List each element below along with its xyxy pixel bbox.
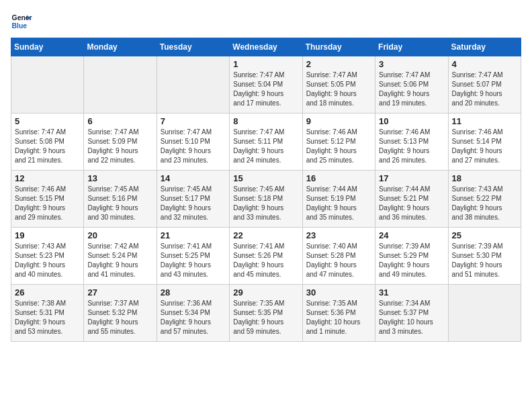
day-info: Sunrise: 7:47 AM Sunset: 5:07 PM Dayligh… <box>452 71 517 108</box>
day-number: 2 <box>306 59 371 69</box>
calendar-cell: 7Sunrise: 7:47 AM Sunset: 5:10 PM Daylig… <box>157 113 229 171</box>
calendar-cell: 10Sunrise: 7:46 AM Sunset: 5:13 PM Dayli… <box>375 113 448 171</box>
page-header: General Blue <box>11 11 521 32</box>
weekday-header: Thursday <box>302 38 375 56</box>
calendar-cell: 30Sunrise: 7:35 AM Sunset: 5:36 PM Dayli… <box>302 285 375 342</box>
day-info: Sunrise: 7:39 AM Sunset: 5:29 PM Dayligh… <box>379 242 444 279</box>
day-number: 21 <box>161 230 226 240</box>
day-info: Sunrise: 7:46 AM Sunset: 5:15 PM Dayligh… <box>15 185 80 222</box>
day-number: 19 <box>15 230 80 240</box>
calendar-cell: 23Sunrise: 7:40 AM Sunset: 5:28 PM Dayli… <box>302 228 375 285</box>
weekday-header: Friday <box>375 38 448 56</box>
day-number: 16 <box>306 173 371 183</box>
calendar-cell: 13Sunrise: 7:45 AM Sunset: 5:16 PM Dayli… <box>84 171 157 228</box>
calendar-cell: 25Sunrise: 7:39 AM Sunset: 5:30 PM Dayli… <box>448 228 521 285</box>
weekday-header: Wednesday <box>230 38 302 56</box>
calendar-cell <box>448 285 521 342</box>
day-info: Sunrise: 7:44 AM Sunset: 5:19 PM Dayligh… <box>306 185 371 222</box>
day-number: 6 <box>87 116 152 126</box>
calendar-cell: 28Sunrise: 7:36 AM Sunset: 5:34 PM Dayli… <box>157 285 229 342</box>
day-number: 12 <box>15 173 80 183</box>
day-info: Sunrise: 7:35 AM Sunset: 5:36 PM Dayligh… <box>306 299 371 336</box>
calendar-cell: 12Sunrise: 7:46 AM Sunset: 5:15 PM Dayli… <box>11 171 84 228</box>
day-info: Sunrise: 7:37 AM Sunset: 5:32 PM Dayligh… <box>87 299 152 336</box>
weekday-header: Sunday <box>11 38 84 56</box>
calendar-cell: 24Sunrise: 7:39 AM Sunset: 5:29 PM Dayli… <box>375 228 448 285</box>
day-info: Sunrise: 7:45 AM Sunset: 5:16 PM Dayligh… <box>87 185 152 222</box>
day-info: Sunrise: 7:46 AM Sunset: 5:13 PM Dayligh… <box>379 128 444 165</box>
calendar-cell: 9Sunrise: 7:46 AM Sunset: 5:12 PM Daylig… <box>302 113 375 171</box>
day-info: Sunrise: 7:45 AM Sunset: 5:18 PM Dayligh… <box>233 185 298 222</box>
day-number: 28 <box>161 287 226 298</box>
day-info: Sunrise: 7:44 AM Sunset: 5:21 PM Dayligh… <box>379 185 444 222</box>
day-number: 7 <box>161 116 226 126</box>
calendar-cell: 17Sunrise: 7:44 AM Sunset: 5:21 PM Dayli… <box>375 171 448 228</box>
day-info: Sunrise: 7:47 AM Sunset: 5:09 PM Dayligh… <box>87 128 152 165</box>
calendar-cell: 26Sunrise: 7:38 AM Sunset: 5:31 PM Dayli… <box>11 285 84 342</box>
day-number: 1 <box>233 59 298 69</box>
day-number: 25 <box>452 230 517 240</box>
calendar-cell: 8Sunrise: 7:47 AM Sunset: 5:11 PM Daylig… <box>230 113 302 171</box>
day-info: Sunrise: 7:35 AM Sunset: 5:35 PM Dayligh… <box>233 299 298 336</box>
day-info: Sunrise: 7:47 AM Sunset: 5:10 PM Dayligh… <box>161 128 226 165</box>
day-info: Sunrise: 7:45 AM Sunset: 5:17 PM Dayligh… <box>161 185 226 222</box>
calendar-cell: 31Sunrise: 7:34 AM Sunset: 5:37 PM Dayli… <box>375 285 448 342</box>
day-number: 24 <box>379 230 444 240</box>
day-number: 17 <box>379 173 444 183</box>
calendar-cell: 3Sunrise: 7:47 AM Sunset: 5:06 PM Daylig… <box>375 56 448 113</box>
day-number: 13 <box>87 173 152 183</box>
day-number: 10 <box>379 116 444 126</box>
calendar-cell <box>157 56 229 113</box>
calendar-cell: 14Sunrise: 7:45 AM Sunset: 5:17 PM Dayli… <box>157 171 229 228</box>
calendar-cell: 22Sunrise: 7:41 AM Sunset: 5:26 PM Dayli… <box>230 228 302 285</box>
day-info: Sunrise: 7:46 AM Sunset: 5:14 PM Dayligh… <box>452 128 517 165</box>
calendar-cell: 29Sunrise: 7:35 AM Sunset: 5:35 PM Dayli… <box>230 285 302 342</box>
calendar-cell: 4Sunrise: 7:47 AM Sunset: 5:07 PM Daylig… <box>448 56 521 113</box>
calendar-table: SundayMondayTuesdayWednesdayThursdayFrid… <box>11 38 521 342</box>
day-number: 15 <box>233 173 298 183</box>
day-info: Sunrise: 7:41 AM Sunset: 5:26 PM Dayligh… <box>233 242 298 279</box>
day-info: Sunrise: 7:39 AM Sunset: 5:30 PM Dayligh… <box>452 242 517 279</box>
day-number: 18 <box>452 173 517 183</box>
svg-text:Blue: Blue <box>12 22 28 30</box>
calendar-cell: 6Sunrise: 7:47 AM Sunset: 5:09 PM Daylig… <box>84 113 157 171</box>
calendar-cell: 27Sunrise: 7:37 AM Sunset: 5:32 PM Dayli… <box>84 285 157 342</box>
calendar-header: SundayMondayTuesdayWednesdayThursdayFrid… <box>11 38 521 56</box>
day-info: Sunrise: 7:38 AM Sunset: 5:31 PM Dayligh… <box>15 299 80 336</box>
day-number: 9 <box>306 116 371 126</box>
weekday-header: Saturday <box>448 38 521 56</box>
calendar-cell: 21Sunrise: 7:41 AM Sunset: 5:25 PM Dayli… <box>157 228 229 285</box>
calendar-cell: 1Sunrise: 7:47 AM Sunset: 5:04 PM Daylig… <box>230 56 302 113</box>
day-number: 31 <box>379 287 444 298</box>
calendar-cell: 19Sunrise: 7:43 AM Sunset: 5:23 PM Dayli… <box>11 228 84 285</box>
day-number: 11 <box>452 116 517 126</box>
day-info: Sunrise: 7:47 AM Sunset: 5:06 PM Dayligh… <box>379 71 444 108</box>
calendar-cell: 2Sunrise: 7:47 AM Sunset: 5:05 PM Daylig… <box>302 56 375 113</box>
day-info: Sunrise: 7:43 AM Sunset: 5:22 PM Dayligh… <box>452 185 517 222</box>
day-number: 29 <box>233 287 298 298</box>
calendar-cell: 11Sunrise: 7:46 AM Sunset: 5:14 PM Dayli… <box>448 113 521 171</box>
day-number: 5 <box>15 116 80 126</box>
calendar-cell: 15Sunrise: 7:45 AM Sunset: 5:18 PM Dayli… <box>230 171 302 228</box>
day-info: Sunrise: 7:34 AM Sunset: 5:37 PM Dayligh… <box>379 299 444 336</box>
calendar-cell: 20Sunrise: 7:42 AM Sunset: 5:24 PM Dayli… <box>84 228 157 285</box>
day-info: Sunrise: 7:36 AM Sunset: 5:34 PM Dayligh… <box>161 299 226 336</box>
day-number: 8 <box>233 116 298 126</box>
day-number: 30 <box>306 287 371 298</box>
logo: General Blue <box>11 11 32 32</box>
day-number: 26 <box>15 287 80 298</box>
day-number: 22 <box>233 230 298 240</box>
logo-icon: General Blue <box>11 11 32 32</box>
day-number: 27 <box>87 287 152 298</box>
day-info: Sunrise: 7:47 AM Sunset: 5:04 PM Dayligh… <box>233 71 298 108</box>
weekday-header: Tuesday <box>157 38 229 56</box>
day-info: Sunrise: 7:40 AM Sunset: 5:28 PM Dayligh… <box>306 242 371 279</box>
day-number: 20 <box>87 230 152 240</box>
day-info: Sunrise: 7:47 AM Sunset: 5:05 PM Dayligh… <box>306 71 371 108</box>
day-number: 14 <box>161 173 226 183</box>
calendar-cell: 5Sunrise: 7:47 AM Sunset: 5:08 PM Daylig… <box>11 113 84 171</box>
day-info: Sunrise: 7:42 AM Sunset: 5:24 PM Dayligh… <box>87 242 152 279</box>
day-info: Sunrise: 7:47 AM Sunset: 5:11 PM Dayligh… <box>233 128 298 165</box>
day-number: 23 <box>306 230 371 240</box>
weekday-header: Monday <box>84 38 157 56</box>
